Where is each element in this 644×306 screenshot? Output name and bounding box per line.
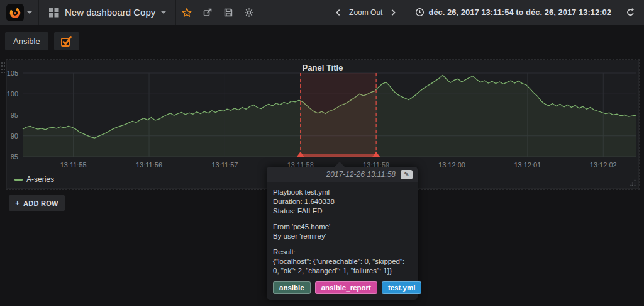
legend-item-a-series[interactable]: A-series [14, 175, 54, 184]
tooltip-arrow [335, 162, 345, 167]
tooltip-line: From 'pc45.home' [273, 222, 411, 232]
svg-text:13:12:01: 13:12:01 [514, 161, 541, 169]
settings-button[interactable] [238, 0, 259, 25]
tooltip-line: Status: FAILED [273, 207, 411, 216]
tooltip-line: {"localhost": {"unreachable": 0, "skippe… [273, 257, 411, 276]
tooltip-line [273, 241, 411, 247]
dashboard-title: New dashboard Copy [65, 7, 155, 18]
chevron-right-icon [389, 8, 397, 17]
add-row-label: ADD ROW [23, 200, 58, 207]
dashboard-submenu: Ansible [5, 32, 644, 50]
plus-icon: + [15, 198, 20, 208]
gear-icon [244, 8, 254, 18]
edit-annotation-button[interactable]: ✎ [401, 170, 413, 179]
grafana-logo-icon [6, 4, 24, 21]
dashboard-grid-icon [48, 7, 59, 18]
panel-resize-handle[interactable] [630, 179, 636, 186]
refresh-icon [626, 8, 635, 17]
pencil-icon: ✎ [404, 171, 409, 178]
time-range-picker[interactable]: déc. 26, 2017 13:11:54 to déc. 26, 2017 … [415, 8, 611, 17]
tooltip-line: Playbook test.yml [273, 188, 411, 197]
tag-test-yml: test.yml [382, 281, 421, 294]
tag-ansible: ansible [273, 281, 311, 294]
svg-text:95: 95 [11, 111, 18, 119]
star-icon [182, 8, 192, 18]
tooltip-line: Result: [273, 247, 411, 257]
svg-text:13:12:02: 13:12:02 [590, 161, 617, 169]
dashboard-title-dropdown[interactable]: New dashboard Copy [39, 0, 176, 25]
time-shift-right-button[interactable] [385, 0, 401, 25]
chevron-down-icon [27, 11, 32, 14]
share-dashboard-button[interactable] [197, 0, 218, 25]
svg-text:13:12:00: 13:12:00 [438, 161, 465, 169]
timeseries-chart[interactable]: 85909510010513:11:5513:11:5613:11:5713:1… [7, 60, 640, 174]
svg-text:90: 90 [11, 132, 18, 140]
share-icon [203, 8, 213, 18]
clock-icon [415, 8, 425, 17]
annotation-tooltip: 2017-12-26 13:11:58 ✎ Playbook test.yml … [267, 167, 418, 300]
tag-ansible-report: ansible_report [315, 281, 377, 294]
time-shift-left-button[interactable] [330, 0, 347, 25]
tooltip-header: 2017-12-26 13:11:58 ✎ [267, 167, 418, 182]
star-dashboard-button[interactable] [176, 0, 197, 25]
svg-text:100: 100 [7, 90, 18, 98]
annotation-toggle-checkbox[interactable] [54, 32, 79, 50]
tooltip-timestamp: 2017-12-26 13:11:58 [326, 170, 396, 179]
row-drag-handle[interactable] [1, 62, 6, 73]
tooltip-body: Playbook test.yml Duration: 1.640338 Sta… [267, 182, 418, 278]
svg-text:85: 85 [11, 153, 18, 161]
save-icon [223, 8, 233, 18]
time-range-label: déc. 26, 2017 13:11:54 to déc. 26, 2017 … [428, 8, 611, 17]
checkbox-checked-icon [60, 35, 73, 47]
tooltip-line: By user 'remirey' [273, 232, 411, 241]
grafana-menu-button[interactable] [0, 0, 39, 25]
tooltip-line [273, 216, 411, 222]
legend-swatch [14, 179, 23, 181]
svg-text:13:11:56: 13:11:56 [136, 161, 162, 169]
refresh-button[interactable] [621, 0, 639, 25]
legend-label: A-series [26, 175, 54, 184]
add-row-button[interactable]: + ADD ROW [9, 195, 65, 211]
annotation-region[interactable] [297, 73, 380, 157]
svg-text:13:11:55: 13:11:55 [60, 161, 87, 169]
navbar: New dashboard Copy [0, 0, 644, 25]
tooltip-tags: ansible ansible_report test.yml [267, 278, 418, 300]
save-dashboard-button[interactable] [218, 0, 238, 25]
svg-text:13:11:57: 13:11:57 [211, 161, 238, 169]
tooltip-line: Duration: 1.640338 [273, 197, 411, 207]
panel-title[interactable]: Panel Title [7, 60, 638, 74]
annotation-label: Ansible [5, 32, 48, 50]
chevron-down-icon [161, 11, 166, 14]
chevron-left-icon [334, 8, 343, 17]
zoom-out-button[interactable]: Zoom Out [347, 8, 385, 17]
